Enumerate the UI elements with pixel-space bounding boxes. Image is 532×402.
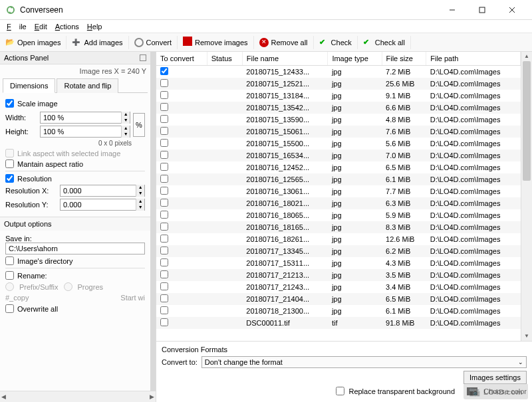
row-checkbox[interactable] xyxy=(160,223,168,231)
spin-down-icon[interactable]: ▼ xyxy=(122,118,130,124)
table-row[interactable]: 20180717_21213...jpg3.5 MiBD:\LO4D.com\I… xyxy=(156,269,521,281)
row-path: D:\LO4D.com\Images xyxy=(426,305,521,317)
col-size[interactable]: File size xyxy=(382,52,426,66)
undock-icon[interactable] xyxy=(140,54,146,61)
savein-input[interactable] xyxy=(5,243,145,254)
table-row[interactable]: 20180715_15061...jpg7.6 MiBD:\LO4D.com\I… xyxy=(156,126,521,138)
row-checkbox[interactable] xyxy=(160,258,168,266)
open-images-button[interactable]: Open images xyxy=(0,36,66,49)
table-row[interactable]: 20180715_13184...jpg9.1 MiBD:\LO4D.com\I… xyxy=(156,90,521,102)
row-checkbox[interactable] xyxy=(160,79,168,87)
resolution-checkbox[interactable] xyxy=(5,174,14,183)
row-type: jpg xyxy=(328,150,382,161)
watermark: 📷 LO4D.com xyxy=(464,383,528,399)
images-directory-label: Image's directory xyxy=(17,257,72,265)
table-row[interactable]: 20180716_18165...jpg8.3 MiBD:\LO4D.com\I… xyxy=(156,221,521,233)
table-row[interactable]: 20180717_21243...jpg3.4 MiBD:\LO4D.com\I… xyxy=(156,281,521,293)
col-to-convert[interactable]: To convert xyxy=(156,52,207,66)
spin-down-icon[interactable]: ▼ xyxy=(122,132,130,138)
height-input[interactable]: ▲▼ xyxy=(40,126,130,138)
replace-bg-checkbox[interactable] xyxy=(336,387,344,395)
menu-actions[interactable]: Actions xyxy=(51,21,83,32)
row-checkbox[interactable] xyxy=(160,151,168,159)
spin-up-icon[interactable]: ▲ xyxy=(122,126,130,132)
row-checkbox[interactable] xyxy=(160,103,168,111)
images-directory-checkbox[interactable] xyxy=(5,256,14,265)
table-row[interactable]: DSC00011.tiftif91.8 MiBD:\LO4D.com\Image… xyxy=(156,317,521,329)
minimize-button[interactable] xyxy=(437,1,467,19)
row-checkbox[interactable] xyxy=(160,139,168,147)
table-row[interactable]: 20180716_12452...jpg6.5 MiBD:\LO4D.com\I… xyxy=(156,161,521,173)
row-checkbox[interactable] xyxy=(160,282,168,290)
overwrite-checkbox[interactable] xyxy=(5,304,14,313)
row-checkbox[interactable] xyxy=(160,163,168,171)
close-button[interactable] xyxy=(497,1,527,19)
row-checkbox[interactable] xyxy=(160,175,168,183)
row-checkbox[interactable] xyxy=(160,247,168,254)
check-button[interactable]: ✔Check xyxy=(314,36,358,49)
rename-checkbox[interactable] xyxy=(5,271,14,280)
menu-help[interactable]: Help xyxy=(83,21,106,32)
col-filename[interactable]: File name xyxy=(242,52,328,66)
table-row[interactable]: 20180717_13345...jpg6.2 MiBD:\LO4D.com\I… xyxy=(156,245,521,257)
remove-all-button[interactable]: ✕Remove all xyxy=(254,36,314,49)
check-all-button[interactable]: ✔Check all xyxy=(358,36,411,49)
table-row[interactable]: 20180715_13542...jpg6.6 MiBD:\LO4D.com\I… xyxy=(156,102,521,114)
spin-up-icon[interactable]: ▲ xyxy=(122,112,130,118)
row-checkbox[interactable] xyxy=(160,235,168,243)
width-input[interactable]: ▲▼ xyxy=(40,112,130,124)
table-row[interactable]: 20180716_18065...jpg5.9 MiBD:\LO4D.com\I… xyxy=(156,209,521,221)
table-row[interactable]: 20180718_21300...jpg6.1 MiBD:\LO4D.com\I… xyxy=(156,305,521,317)
menu-file[interactable]: File xyxy=(3,21,31,32)
file-table[interactable]: To convert Status File name Image type F… xyxy=(156,52,521,341)
maintain-aspect-checkbox[interactable] xyxy=(5,159,14,168)
scroll-down-icon[interactable]: ▼ xyxy=(521,332,532,341)
sidebar-scrollbar[interactable] xyxy=(150,52,156,391)
images-settings-button[interactable]: Images settings xyxy=(464,371,527,384)
remove-images-button[interactable]: Remove images xyxy=(178,36,253,49)
scale-image-checkbox[interactable] xyxy=(5,99,14,108)
table-row[interactable]: 20180716_12565...jpg6.1 MiBD:\LO4D.com\I… xyxy=(156,173,521,185)
row-checkbox[interactable] xyxy=(160,211,168,219)
col-status[interactable]: Status xyxy=(207,52,242,66)
row-checkbox[interactable] xyxy=(160,318,168,326)
table-row[interactable]: 20180715_12521...jpg25.6 MiBD:\LO4D.com\… xyxy=(156,78,521,90)
format-dropdown[interactable]: Don't change the format ⌄ xyxy=(201,356,527,368)
row-checkbox[interactable] xyxy=(160,294,168,302)
row-checkbox[interactable] xyxy=(160,187,168,195)
row-checkbox[interactable] xyxy=(160,306,168,314)
row-checkbox[interactable] xyxy=(160,270,168,278)
row-checkbox[interactable] xyxy=(160,115,168,123)
table-row[interactable]: 20180716_18021...jpg6.3 MiBD:\LO4D.com\I… xyxy=(156,197,521,209)
table-row[interactable]: 20180715_16534...jpg7.0 MiBD:\LO4D.com\I… xyxy=(156,150,521,161)
row-checkbox[interactable] xyxy=(160,199,168,207)
table-row[interactable]: 20180717_21404...jpg6.5 MiBD:\LO4D.com\I… xyxy=(156,293,521,305)
menu-edit[interactable]: Edit xyxy=(31,21,51,32)
row-checkbox[interactable] xyxy=(160,91,168,99)
scroll-up-icon[interactable]: ▲ xyxy=(521,52,532,61)
row-status xyxy=(207,257,242,269)
resx-input[interactable]: ▲▼ xyxy=(60,185,145,197)
table-row[interactable]: 20180717_15311...jpg4.3 MiBD:\LO4D.com\I… xyxy=(156,257,521,269)
unit-toggle[interactable]: % xyxy=(133,113,145,137)
vertical-scrollbar[interactable]: ▲ ▼ xyxy=(521,52,532,341)
table-row[interactable]: 20180716_18261...jpg12.6 MiBD:\LO4D.com\… xyxy=(156,233,521,245)
row-checkbox[interactable] xyxy=(160,67,168,75)
col-type[interactable]: Image type xyxy=(328,52,382,66)
add-images-button[interactable]: Add images xyxy=(66,36,128,49)
table-row[interactable]: 20180716_13061...jpg7.7 MiBD:\LO4D.com\I… xyxy=(156,185,521,197)
row-filename: 20180715_12521... xyxy=(242,78,328,90)
table-row[interactable]: 20180715_12433...jpg7.2 MiBD:\LO4D.com\I… xyxy=(156,66,521,78)
tab-rotate-flip[interactable]: Rotate and flip xyxy=(57,78,118,93)
resy-input[interactable]: ▲▼ xyxy=(60,199,145,211)
scrollbar-thumb[interactable] xyxy=(523,61,531,181)
convert-button[interactable]: Convert xyxy=(129,36,178,49)
maximize-button[interactable] xyxy=(467,1,497,19)
svg-point-0 xyxy=(7,7,14,13)
table-row[interactable]: 20180715_15500...jpg5.6 MiBD:\LO4D.com\I… xyxy=(156,138,521,150)
col-path[interactable]: File path xyxy=(426,52,521,66)
table-row[interactable]: 20180715_13590...jpg4.8 MiBD:\LO4D.com\I… xyxy=(156,114,521,126)
row-checkbox[interactable] xyxy=(160,127,168,135)
sidebar-hscroll[interactable]: ◀▶ xyxy=(0,391,156,402)
tab-dimensions[interactable]: Dimensions xyxy=(3,78,55,93)
